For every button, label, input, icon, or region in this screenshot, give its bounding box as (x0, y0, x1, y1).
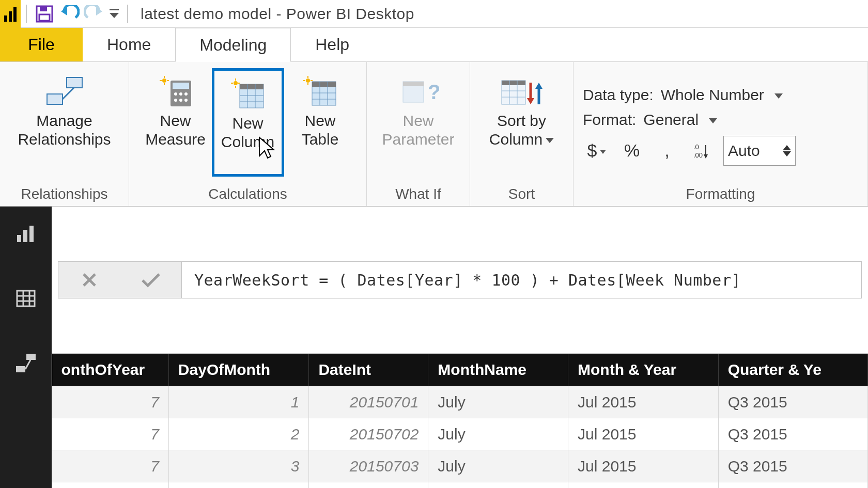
format-dropdown[interactable]: Format: General (583, 111, 796, 129)
cell[interactable]: Q3 2015 (718, 482, 867, 489)
cell[interactable]: 7 (52, 450, 169, 482)
group-relationships: Manage Relationships Relationships (0, 62, 129, 206)
cell[interactable]: 3 (168, 450, 309, 482)
svg-text:?: ? (428, 81, 439, 103)
svg-marker-68 (704, 154, 708, 159)
manage-relationships-button[interactable]: Manage Relationships (5, 68, 124, 177)
column-header[interactable]: Quarter & Ye (718, 354, 867, 386)
svg-rect-0 (4, 15, 7, 22)
table-row[interactable]: 7420150704JulyJul 2015Q3 2015 (52, 482, 868, 489)
table-row[interactable]: 7320150703JulyJul 2015Q3 2015 (52, 450, 868, 482)
svg-marker-61 (546, 138, 554, 143)
cell[interactable]: Jul 2015 (568, 482, 719, 489)
column-header[interactable]: Month & Year (568, 354, 719, 386)
cell[interactable]: 7 (52, 386, 169, 418)
group-label-whatif: What If (367, 182, 470, 206)
column-header[interactable]: DateInt (309, 354, 428, 386)
thousands-button[interactable]: , (653, 136, 681, 166)
cell[interactable]: 20150701 (309, 386, 428, 418)
currency-button[interactable]: $ (583, 136, 611, 166)
format-label: Format: (583, 111, 636, 129)
column-header[interactable]: DayOfMonth (168, 354, 309, 386)
redo-button[interactable] (82, 2, 106, 26)
group-label-calculations: Calculations (129, 182, 366, 206)
column-header[interactable]: onthOfYear (52, 354, 169, 386)
chevron-down-icon (709, 111, 717, 129)
new-table-icon (302, 75, 339, 108)
svg-point-17 (184, 92, 188, 96)
column-header[interactable]: MonthName (428, 354, 568, 386)
percent-button[interactable]: % (618, 136, 646, 166)
group-label-relationships: Relationships (0, 182, 129, 206)
commit-formula-button[interactable] (134, 263, 167, 296)
cell[interactable]: 20150702 (309, 418, 428, 450)
format-value: General (643, 111, 699, 129)
spinner-icon[interactable] (783, 145, 791, 156)
svg-marker-64 (600, 150, 606, 154)
new-table-button[interactable]: New Table (284, 68, 357, 177)
new-measure-button[interactable]: New Measure (140, 68, 212, 177)
svg-rect-70 (23, 230, 27, 242)
cell[interactable]: July (428, 482, 568, 489)
formula-input[interactable]: YearWeekSort = ( Dates[Year] * 100 ) + D… (182, 261, 862, 298)
svg-rect-71 (29, 226, 34, 242)
formula-controls (58, 261, 182, 298)
svg-marker-62 (774, 93, 783, 99)
model-view-button[interactable] (11, 349, 40, 378)
cell[interactable]: Jul 2015 (568, 386, 719, 418)
tab-home[interactable]: Home (83, 28, 175, 61)
view-nav (0, 207, 52, 488)
svg-rect-52 (502, 81, 525, 85)
ribbon-body: Manage Relationships Relationships New M… (0, 62, 868, 207)
cell[interactable]: Jul 2015 (568, 450, 719, 482)
qat-customize-icon[interactable] (106, 2, 122, 26)
formula-bar: YearWeekSort = ( Dates[Year] * 100 ) + D… (52, 207, 868, 354)
cell[interactable]: 7 (52, 482, 169, 489)
cell[interactable]: 4 (168, 482, 309, 489)
svg-marker-63 (709, 118, 717, 123)
report-view-button[interactable] (11, 219, 40, 248)
cell[interactable]: 2 (168, 418, 309, 450)
decimal-icon[interactable]: .0.00 (688, 136, 716, 166)
svg-rect-77 (26, 354, 36, 360)
group-formatting: Data type: Whole Number Format: General … (574, 62, 868, 206)
cell[interactable]: 20150703 (309, 450, 428, 482)
new-column-label: New Column (221, 114, 274, 151)
cell[interactable]: July (428, 386, 568, 418)
tab-modeling[interactable]: Modeling (175, 28, 291, 62)
separator (127, 5, 128, 23)
decimal-places-input[interactable]: Auto (723, 136, 796, 166)
new-column-button[interactable]: New Column (212, 68, 284, 177)
table-row[interactable]: 7120150701JulyJul 2015Q3 2015 (52, 386, 868, 418)
cell[interactable]: Jul 2015 (568, 418, 719, 450)
cell[interactable]: Q3 2015 (718, 418, 867, 450)
svg-rect-8 (110, 9, 119, 10)
datatype-dropdown[interactable]: Data type: Whole Number (583, 86, 796, 104)
tab-file[interactable]: File (0, 28, 83, 61)
cell[interactable]: 7 (52, 418, 169, 450)
undo-button[interactable] (57, 2, 82, 26)
sort-by-column-button[interactable]: Sort by Column (475, 68, 568, 177)
cell[interactable]: 20150704 (309, 482, 428, 489)
cell[interactable]: 1 (168, 386, 309, 418)
group-label-sort: Sort (470, 182, 573, 206)
sort-icon (499, 75, 545, 108)
cancel-formula-button[interactable] (73, 263, 106, 296)
new-parameter-button[interactable]: ? New Parameter (372, 68, 465, 177)
data-grid[interactable]: onthOfYearDayOfMonthDateIntMonthNameMont… (52, 354, 868, 488)
svg-text:.0: .0 (693, 143, 699, 151)
svg-point-32 (234, 81, 238, 85)
title-bar: latest demo model - Power BI Desktop (0, 0, 868, 28)
data-view-button[interactable] (11, 284, 40, 313)
cell[interactable]: Q3 2015 (718, 450, 867, 482)
svg-rect-4 (40, 6, 47, 11)
table-row[interactable]: 7220150702JulyJul 2015Q3 2015 (52, 418, 868, 450)
cell[interactable]: Q3 2015 (718, 386, 867, 418)
cell[interactable]: July (428, 418, 568, 450)
cell[interactable]: July (428, 450, 568, 482)
svg-rect-2 (13, 7, 17, 22)
svg-marker-60 (535, 83, 542, 89)
new-table-label: New Table (302, 112, 339, 149)
tab-help[interactable]: Help (291, 28, 374, 61)
save-button[interactable] (32, 2, 57, 26)
